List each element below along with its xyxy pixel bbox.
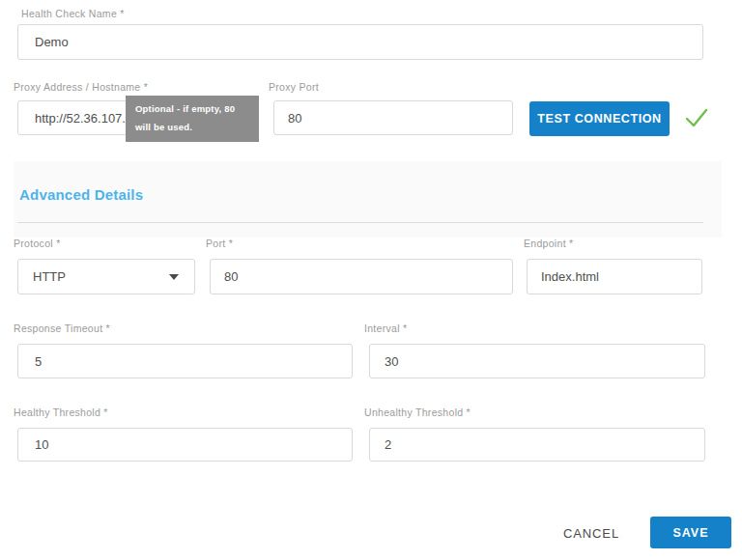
proxy-port-label: Proxy Port xyxy=(269,81,319,93)
unhealthy-threshold-input[interactable] xyxy=(369,428,705,462)
response-timeout-label: Response Timeout * xyxy=(14,322,110,334)
unhealthy-threshold-label: Unhealthy Threshold * xyxy=(364,406,471,418)
test-connection-button[interactable]: TEST CONNECTION xyxy=(529,101,670,136)
endpoint-label: Endpoint * xyxy=(524,238,573,249)
proxy-address-label: Proxy Address / Hostname * xyxy=(14,81,148,93)
port-label: Port * xyxy=(206,238,233,249)
protocol-label: Protocol * xyxy=(14,238,61,249)
interval-label: Interval * xyxy=(364,322,407,334)
response-timeout-input[interactable] xyxy=(17,344,353,378)
interval-input[interactable] xyxy=(369,344,705,378)
healthy-threshold-input[interactable] xyxy=(17,428,353,462)
proxy-port-input[interactable] xyxy=(273,100,513,135)
save-button[interactable]: SAVE xyxy=(650,517,731,548)
health-check-name-input[interactable] xyxy=(17,24,703,60)
port-input[interactable] xyxy=(210,259,513,294)
chevron-down-icon xyxy=(169,274,179,280)
healthy-threshold-label: Healthy Threshold * xyxy=(14,406,108,418)
protocol-selected-value: HTTP xyxy=(33,269,66,284)
cancel-button[interactable]: CANCEL xyxy=(558,524,624,542)
success-check-icon xyxy=(683,104,710,131)
health-check-form: Health Check Name * Proxy Address / Host… xyxy=(0,0,742,560)
section-divider xyxy=(17,222,703,223)
proxy-port-tooltip: Optional - if empty, 80 will be used. xyxy=(126,96,259,142)
health-check-name-label: Health Check Name * xyxy=(21,8,125,19)
advanced-details-heading: Advanced Details xyxy=(19,186,143,203)
endpoint-input[interactable] xyxy=(527,259,702,294)
protocol-select[interactable]: HTTP xyxy=(17,259,195,294)
